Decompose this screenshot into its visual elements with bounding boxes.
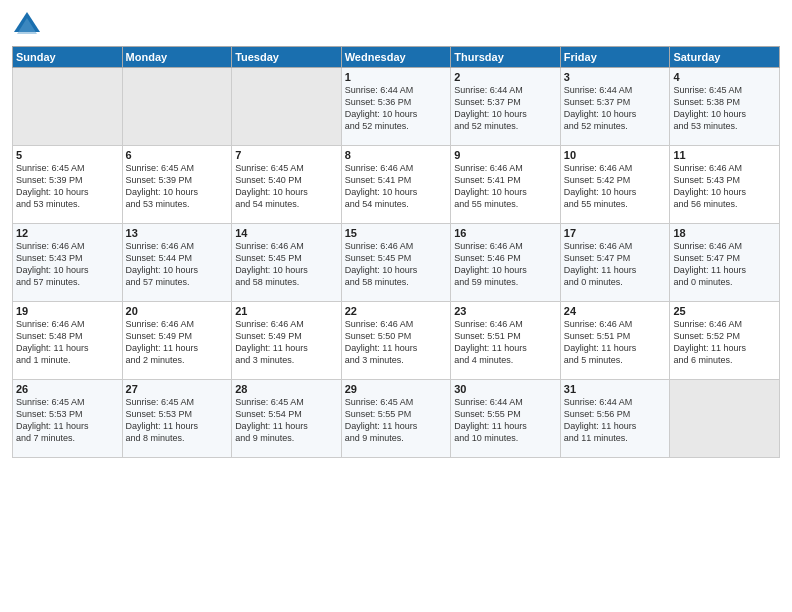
calendar-cell: 30Sunrise: 6:44 AM Sunset: 5:55 PM Dayli…: [451, 380, 561, 458]
calendar-cell: 16Sunrise: 6:46 AM Sunset: 5:46 PM Dayli…: [451, 224, 561, 302]
cell-data: Sunrise: 6:46 AM Sunset: 5:50 PM Dayligh…: [345, 318, 448, 367]
calendar-cell: 31Sunrise: 6:44 AM Sunset: 5:56 PM Dayli…: [560, 380, 670, 458]
calendar-cell: [232, 68, 342, 146]
cell-data: Sunrise: 6:45 AM Sunset: 5:40 PM Dayligh…: [235, 162, 338, 211]
day-number: 25: [673, 305, 776, 317]
day-number: 27: [126, 383, 229, 395]
day-number: 14: [235, 227, 338, 239]
calendar-cell: 18Sunrise: 6:46 AM Sunset: 5:47 PM Dayli…: [670, 224, 780, 302]
day-number: 12: [16, 227, 119, 239]
weekday-header-wednesday: Wednesday: [341, 47, 451, 68]
day-number: 6: [126, 149, 229, 161]
calendar-cell: [670, 380, 780, 458]
calendar-cell: 26Sunrise: 6:45 AM Sunset: 5:53 PM Dayli…: [13, 380, 123, 458]
calendar-cell: 14Sunrise: 6:46 AM Sunset: 5:45 PM Dayli…: [232, 224, 342, 302]
cell-data: Sunrise: 6:45 AM Sunset: 5:55 PM Dayligh…: [345, 396, 448, 445]
calendar-cell: 27Sunrise: 6:45 AM Sunset: 5:53 PM Dayli…: [122, 380, 232, 458]
weekday-header-saturday: Saturday: [670, 47, 780, 68]
calendar-cell: 25Sunrise: 6:46 AM Sunset: 5:52 PM Dayli…: [670, 302, 780, 380]
day-number: 10: [564, 149, 667, 161]
calendar-cell: 10Sunrise: 6:46 AM Sunset: 5:42 PM Dayli…: [560, 146, 670, 224]
cell-data: Sunrise: 6:45 AM Sunset: 5:39 PM Dayligh…: [126, 162, 229, 211]
day-number: 7: [235, 149, 338, 161]
calendar-cell: 21Sunrise: 6:46 AM Sunset: 5:49 PM Dayli…: [232, 302, 342, 380]
cell-data: Sunrise: 6:46 AM Sunset: 5:51 PM Dayligh…: [454, 318, 557, 367]
day-number: 1: [345, 71, 448, 83]
calendar-cell: 9Sunrise: 6:46 AM Sunset: 5:41 PM Daylig…: [451, 146, 561, 224]
day-number: 29: [345, 383, 448, 395]
cell-data: Sunrise: 6:46 AM Sunset: 5:41 PM Dayligh…: [345, 162, 448, 211]
day-number: 23: [454, 305, 557, 317]
day-number: 9: [454, 149, 557, 161]
weekday-header-friday: Friday: [560, 47, 670, 68]
logo-icon: [12, 10, 42, 40]
calendar-cell: 6Sunrise: 6:45 AM Sunset: 5:39 PM Daylig…: [122, 146, 232, 224]
calendar-cell: 20Sunrise: 6:46 AM Sunset: 5:49 PM Dayli…: [122, 302, 232, 380]
day-number: 22: [345, 305, 448, 317]
calendar-week-1: 1Sunrise: 6:44 AM Sunset: 5:36 PM Daylig…: [13, 68, 780, 146]
weekday-header-monday: Monday: [122, 47, 232, 68]
cell-data: Sunrise: 6:46 AM Sunset: 5:41 PM Dayligh…: [454, 162, 557, 211]
cell-data: Sunrise: 6:46 AM Sunset: 5:43 PM Dayligh…: [16, 240, 119, 289]
calendar-cell: 12Sunrise: 6:46 AM Sunset: 5:43 PM Dayli…: [13, 224, 123, 302]
calendar-table: SundayMondayTuesdayWednesdayThursdayFrid…: [12, 46, 780, 458]
page: SundayMondayTuesdayWednesdayThursdayFrid…: [0, 0, 792, 612]
day-number: 11: [673, 149, 776, 161]
logo: [12, 10, 46, 40]
cell-data: Sunrise: 6:44 AM Sunset: 5:36 PM Dayligh…: [345, 84, 448, 133]
cell-data: Sunrise: 6:46 AM Sunset: 5:52 PM Dayligh…: [673, 318, 776, 367]
cell-data: Sunrise: 6:44 AM Sunset: 5:37 PM Dayligh…: [454, 84, 557, 133]
day-number: 24: [564, 305, 667, 317]
weekday-header-tuesday: Tuesday: [232, 47, 342, 68]
calendar-week-5: 26Sunrise: 6:45 AM Sunset: 5:53 PM Dayli…: [13, 380, 780, 458]
day-number: 17: [564, 227, 667, 239]
day-number: 8: [345, 149, 448, 161]
day-number: 18: [673, 227, 776, 239]
day-number: 16: [454, 227, 557, 239]
day-number: 26: [16, 383, 119, 395]
cell-data: Sunrise: 6:45 AM Sunset: 5:53 PM Dayligh…: [16, 396, 119, 445]
calendar-cell: 19Sunrise: 6:46 AM Sunset: 5:48 PM Dayli…: [13, 302, 123, 380]
calendar-cell: [13, 68, 123, 146]
day-number: 5: [16, 149, 119, 161]
day-number: 21: [235, 305, 338, 317]
cell-data: Sunrise: 6:45 AM Sunset: 5:54 PM Dayligh…: [235, 396, 338, 445]
day-number: 3: [564, 71, 667, 83]
cell-data: Sunrise: 6:44 AM Sunset: 5:37 PM Dayligh…: [564, 84, 667, 133]
weekday-header-thursday: Thursday: [451, 47, 561, 68]
day-number: 15: [345, 227, 448, 239]
day-number: 31: [564, 383, 667, 395]
calendar-week-4: 19Sunrise: 6:46 AM Sunset: 5:48 PM Dayli…: [13, 302, 780, 380]
day-number: 19: [16, 305, 119, 317]
calendar-cell: 28Sunrise: 6:45 AM Sunset: 5:54 PM Dayli…: [232, 380, 342, 458]
cell-data: Sunrise: 6:46 AM Sunset: 5:46 PM Dayligh…: [454, 240, 557, 289]
weekday-header-sunday: Sunday: [13, 47, 123, 68]
day-number: 13: [126, 227, 229, 239]
day-number: 20: [126, 305, 229, 317]
cell-data: Sunrise: 6:46 AM Sunset: 5:51 PM Dayligh…: [564, 318, 667, 367]
calendar-cell: 5Sunrise: 6:45 AM Sunset: 5:39 PM Daylig…: [13, 146, 123, 224]
calendar-cell: [122, 68, 232, 146]
cell-data: Sunrise: 6:44 AM Sunset: 5:56 PM Dayligh…: [564, 396, 667, 445]
cell-data: Sunrise: 6:45 AM Sunset: 5:38 PM Dayligh…: [673, 84, 776, 133]
day-number: 28: [235, 383, 338, 395]
calendar-cell: 29Sunrise: 6:45 AM Sunset: 5:55 PM Dayli…: [341, 380, 451, 458]
calendar-cell: 22Sunrise: 6:46 AM Sunset: 5:50 PM Dayli…: [341, 302, 451, 380]
cell-data: Sunrise: 6:46 AM Sunset: 5:47 PM Dayligh…: [564, 240, 667, 289]
calendar-cell: 3Sunrise: 6:44 AM Sunset: 5:37 PM Daylig…: [560, 68, 670, 146]
cell-data: Sunrise: 6:45 AM Sunset: 5:39 PM Dayligh…: [16, 162, 119, 211]
cell-data: Sunrise: 6:46 AM Sunset: 5:45 PM Dayligh…: [235, 240, 338, 289]
day-number: 4: [673, 71, 776, 83]
cell-data: Sunrise: 6:46 AM Sunset: 5:45 PM Dayligh…: [345, 240, 448, 289]
header: [12, 10, 780, 40]
calendar-cell: 1Sunrise: 6:44 AM Sunset: 5:36 PM Daylig…: [341, 68, 451, 146]
calendar-cell: 24Sunrise: 6:46 AM Sunset: 5:51 PM Dayli…: [560, 302, 670, 380]
calendar-cell: 15Sunrise: 6:46 AM Sunset: 5:45 PM Dayli…: [341, 224, 451, 302]
calendar-cell: 17Sunrise: 6:46 AM Sunset: 5:47 PM Dayli…: [560, 224, 670, 302]
calendar-week-3: 12Sunrise: 6:46 AM Sunset: 5:43 PM Dayli…: [13, 224, 780, 302]
day-number: 2: [454, 71, 557, 83]
calendar-cell: 7Sunrise: 6:45 AM Sunset: 5:40 PM Daylig…: [232, 146, 342, 224]
cell-data: Sunrise: 6:46 AM Sunset: 5:47 PM Dayligh…: [673, 240, 776, 289]
cell-data: Sunrise: 6:46 AM Sunset: 5:48 PM Dayligh…: [16, 318, 119, 367]
cell-data: Sunrise: 6:46 AM Sunset: 5:43 PM Dayligh…: [673, 162, 776, 211]
